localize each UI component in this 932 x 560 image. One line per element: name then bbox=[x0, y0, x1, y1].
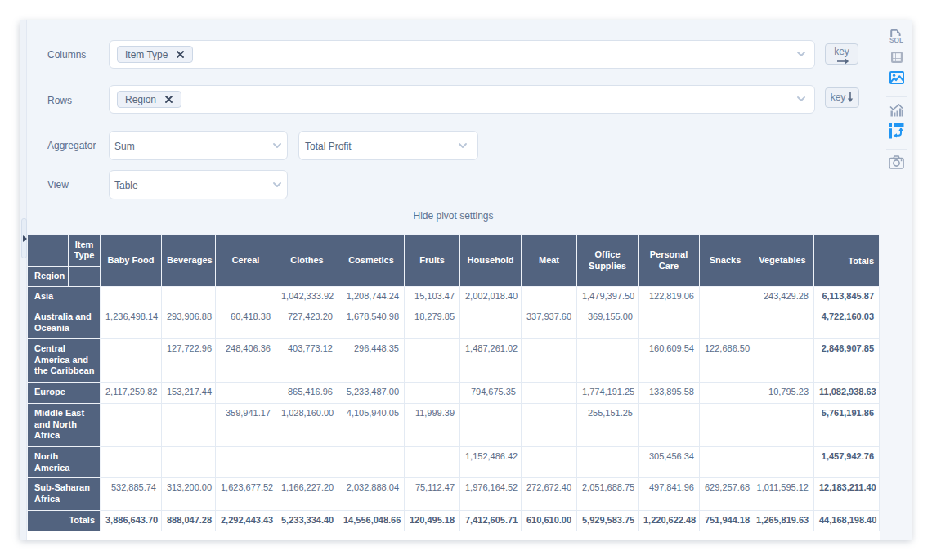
svg-text:SQL: SQL bbox=[889, 37, 903, 43]
